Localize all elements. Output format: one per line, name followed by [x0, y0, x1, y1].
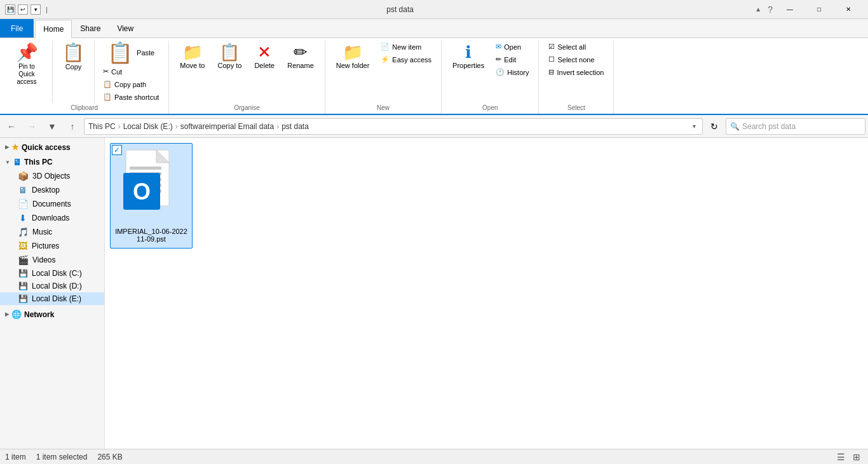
tab-share[interactable]: Share	[72, 19, 109, 38]
save-icon[interactable]: 💾	[5, 4, 15, 15]
move-to-button[interactable]: 📁 Move to	[174, 41, 210, 72]
expand-icon: ▶	[5, 144, 9, 150]
divider2	[94, 41, 95, 103]
sidebar-item-local-disk-e[interactable]: 💾 Local Disk (E:)	[0, 292, 104, 305]
easy-access-icon: ⚡	[381, 55, 390, 64]
window-controls: — □ ✕	[775, 0, 863, 19]
sidebar-item-desktop[interactable]: 🖥 Desktop	[0, 183, 104, 197]
breadcrumb-pst-data[interactable]: pst data	[281, 122, 309, 131]
breadcrumb-local-disk-e[interactable]: Local Disk (E:)	[123, 122, 173, 131]
copy-to-icon: 📋	[219, 44, 240, 60]
sidebar-item-downloads[interactable]: ⬇ Downloads	[0, 211, 104, 225]
copy-to-button[interactable]: 📋 Copy to	[212, 41, 247, 72]
properties-button[interactable]: ℹ Properties	[447, 41, 490, 72]
paste-shortcut-button[interactable]: 📋 Paste shortcut	[98, 91, 163, 103]
paste-button[interactable]: 📋 Paste	[98, 41, 163, 65]
new-folder-icon: 📁	[342, 44, 363, 60]
search-box[interactable]: 🔍 Search pst data	[726, 118, 865, 135]
select-none-icon: ☐	[548, 55, 555, 64]
edit-button[interactable]: ✏ Edit	[491, 53, 533, 65]
minimize-button[interactable]: —	[775, 0, 804, 19]
address-bar-row: ← → ▼ ↑ This PC › Local Disk (E:) › soft…	[0, 115, 868, 138]
customize-quick-access-icon[interactable]: ▾	[31, 4, 41, 15]
undo-icon[interactable]: ↩	[18, 4, 28, 15]
easy-access-button[interactable]: ⚡ Easy access	[376, 53, 436, 65]
network-icon: 🌐	[11, 310, 22, 319]
paste-icon: 📋	[107, 43, 133, 63]
rename-icon: ✏	[294, 44, 308, 60]
svg-text:O: O	[133, 179, 151, 205]
pin-icon: 📌	[16, 44, 38, 62]
delete-icon: ✕	[257, 44, 271, 60]
breadcrumb-softwareimperial[interactable]: softwareimperial Email data	[180, 122, 274, 131]
sidebar-item-videos[interactable]: 🎬 Videos	[0, 253, 104, 267]
recent-locations-button[interactable]: ▼	[43, 118, 61, 135]
window-title: pst data	[48, 5, 752, 14]
new-folder-button[interactable]: 📁 New folder	[330, 41, 376, 72]
pst-file-icon: O	[121, 149, 182, 225]
new-item-button[interactable]: 📄 New item	[376, 41, 436, 53]
forward-button[interactable]: →	[23, 118, 41, 135]
select-all-button[interactable]: ☑ Select all	[544, 41, 608, 53]
maximize-button[interactable]: □	[804, 0, 834, 19]
local-disk-c-icon: 💾	[18, 269, 28, 278]
divider	[52, 41, 53, 103]
move-to-icon: 📁	[182, 44, 203, 60]
invert-selection-icon: ⊟	[548, 68, 554, 76]
up-button[interactable]: ↑	[64, 118, 81, 135]
large-icons-view-button[interactable]: ⊞	[850, 451, 863, 463]
ribbon-group-clipboard: 📌 Pin to Quick access 📋 Copy 📋 Paste ✂ C…	[0, 41, 169, 114]
copy-path-button[interactable]: 📋 Copy path	[98, 78, 163, 90]
file-item-pst[interactable]: ✓ O IMPERI	[110, 143, 193, 249]
new-label: New	[330, 103, 436, 114]
tab-home[interactable]: Home	[35, 20, 72, 38]
back-button[interactable]: ←	[3, 118, 20, 135]
view-toggle: ☰ ⊞	[834, 451, 863, 463]
details-view-button[interactable]: ☰	[834, 451, 848, 463]
close-button[interactable]: ✕	[834, 0, 863, 19]
sidebar-item-local-disk-c[interactable]: 💾 Local Disk (C:)	[0, 267, 104, 280]
sidebar-section-quick-access[interactable]: ▶ ★ Quick access	[0, 140, 104, 154]
sidebar-item-local-disk-d[interactable]: 💾 Local Disk (D:)	[0, 280, 104, 292]
sidebar-item-3d-objects[interactable]: 📦 3D Objects	[0, 169, 104, 183]
sidebar-item-music[interactable]: 🎵 Music	[0, 225, 104, 239]
open-button[interactable]: ✉ Open	[491, 41, 533, 53]
organise-label: Organise	[174, 103, 319, 114]
help-icon[interactable]: ?	[765, 3, 775, 16]
sidebar-section-network[interactable]: ▶ 🌐 Network	[0, 308, 104, 321]
local-disk-e-icon: 💾	[18, 294, 28, 303]
refresh-button[interactable]: ↻	[705, 118, 723, 135]
search-icon: 🔍	[730, 122, 740, 131]
select-none-button[interactable]: ☐ Select none	[544, 53, 608, 65]
history-button[interactable]: 🕐 History	[491, 66, 533, 78]
delete-button[interactable]: ✕ Delete	[248, 41, 280, 72]
ribbon-toggle-icon[interactable]: ▲	[752, 4, 764, 14]
paste-shortcut-icon: 📋	[103, 93, 112, 101]
tab-file[interactable]: File	[0, 19, 34, 38]
invert-selection-button[interactable]: ⊟ Invert selection	[544, 66, 608, 78]
open-buttons: ℹ Properties ✉ Open ✏ Edit 🕐 History	[447, 41, 533, 103]
history-icon: 🕐	[496, 68, 505, 76]
pin-to-quick-access-button[interactable]: 📌 Pin to Quick access	[5, 41, 48, 89]
cut-button[interactable]: ✂ Cut	[98, 65, 163, 78]
sidebar-item-documents[interactable]: 📄 Documents	[0, 197, 104, 211]
open-label: Open	[447, 103, 533, 114]
cut-icon: ✂	[103, 67, 109, 76]
breadcrumb-this-pc[interactable]: This PC	[88, 122, 116, 131]
address-dropdown-button[interactable]: ▾	[690, 121, 698, 131]
copy-icon: 📋	[62, 44, 85, 62]
paste-column: 📋 Paste ✂ Cut 📋 Copy path 📋 Paste shortc…	[98, 41, 163, 103]
copy-button[interactable]: 📋 Copy	[57, 41, 90, 74]
rename-button[interactable]: ✏ Rename	[281, 41, 320, 72]
ribbon-group-new: 📁 New folder 📄 New item ⚡ Easy access Ne…	[325, 41, 442, 114]
ribbon-tab-bar: File Home Share View	[0, 19, 868, 38]
tab-view[interactable]: View	[109, 19, 142, 38]
address-bar[interactable]: This PC › Local Disk (E:) › softwareimpe…	[84, 118, 703, 135]
file-checkbox[interactable]: ✓	[112, 145, 122, 155]
file-area[interactable]: ✓ O IMPERI	[105, 138, 868, 449]
open-icon: ✉	[496, 43, 501, 51]
sidebar-item-pictures[interactable]: 🖼 Pictures	[0, 239, 104, 253]
sidebar-section-this-pc[interactable]: ▼ 🖥 This PC	[0, 155, 104, 169]
new-item-column: 📄 New item ⚡ Easy access	[376, 41, 436, 65]
edit-icon: ✏	[496, 55, 501, 64]
